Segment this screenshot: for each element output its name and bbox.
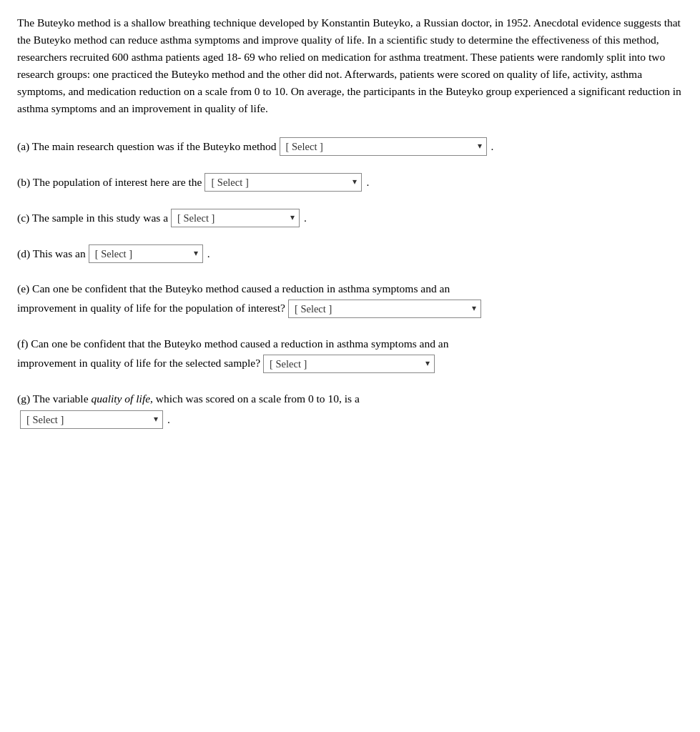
question-c-prefix: (c) The sample in this study was a xyxy=(17,209,168,227)
question-c-block: (c) The sample in this study was a [ Sel… xyxy=(17,209,683,227)
question-f-line1: (f) Can one be confident that the Buteyk… xyxy=(17,335,683,353)
question-f-block: (f) Can one be confident that the Buteyk… xyxy=(17,335,683,373)
question-d-line: (d) This was an [ Select ] ▾ . xyxy=(17,244,683,263)
question-b-select[interactable]: [ Select ] xyxy=(205,174,291,191)
question-g-line1: (g) The variable quality of life, which … xyxy=(17,390,683,408)
question-a-block: (a) The main research question was if th… xyxy=(17,137,683,156)
question-a-line: (a) The main research question was if th… xyxy=(17,137,683,156)
question-f-select-wrapper[interactable]: [ Select ] ▾ xyxy=(263,355,435,373)
question-d-block: (d) This was an [ Select ] ▾ . xyxy=(17,244,683,263)
question-e-block: (e) Can one be confident that the Buteyk… xyxy=(17,280,683,318)
question-b-period: . xyxy=(366,174,369,192)
question-g-block: (g) The variable quality of life, which … xyxy=(17,390,683,430)
question-f-line2: improvement in quality of life for the s… xyxy=(17,355,683,373)
question-d-prefix: (d) This was an xyxy=(17,245,86,263)
question-e-line2-prefix: improvement in quality of life for the p… xyxy=(17,300,285,317)
question-f-multiline: (f) Can one be confident that the Buteyk… xyxy=(17,335,683,373)
question-b-line: (b) The population of interest here are … xyxy=(17,173,683,192)
chevron-e-icon: ▾ xyxy=(472,302,476,315)
chevron-b-icon: ▾ xyxy=(353,176,357,189)
question-e-line2: improvement in quality of life for the p… xyxy=(17,300,683,318)
question-e-select-wrapper[interactable]: [ Select ] ▾ xyxy=(288,300,481,318)
question-g-select-wrapper[interactable]: [ Select ] ▾ xyxy=(20,410,163,429)
question-d-select-wrapper[interactable]: [ Select ] ▾ xyxy=(89,244,203,263)
question-g-select[interactable]: [ Select ] xyxy=(21,411,107,428)
intro-paragraph: The Buteyko method is a shallow breathin… xyxy=(17,14,683,117)
question-e-select[interactable]: [ Select ] xyxy=(289,300,375,317)
question-c-select[interactable]: [ Select ] xyxy=(172,209,257,227)
question-c-line: (c) The sample in this study was a [ Sel… xyxy=(17,209,683,227)
chevron-d-icon: ▾ xyxy=(194,247,198,261)
question-g-prefix: (g) The variable xyxy=(17,390,89,408)
question-f-select[interactable]: [ Select ] xyxy=(264,355,350,372)
chevron-g-icon: ▾ xyxy=(154,413,158,427)
question-e-line1: (e) Can one be confident that the Buteyk… xyxy=(17,280,683,298)
question-b-select-wrapper[interactable]: [ Select ] ▾ xyxy=(204,173,362,192)
question-b-prefix: (b) The population of interest here are … xyxy=(17,174,202,192)
question-d-period: . xyxy=(207,245,210,263)
question-a-period: . xyxy=(491,138,494,156)
chevron-a-icon: ▾ xyxy=(478,140,482,154)
question-c-select-wrapper[interactable]: [ Select ] ▾ xyxy=(171,209,300,227)
question-d-select[interactable]: [ Select ] xyxy=(89,245,175,262)
question-g-period: . xyxy=(167,411,170,429)
chevron-f-icon: ▾ xyxy=(425,357,430,370)
question-a-select[interactable]: [ Select ] xyxy=(280,138,366,155)
chevron-c-icon: ▾ xyxy=(290,212,295,225)
question-g-suffix: , which was scored on a scale from 0 to … xyxy=(150,390,360,408)
question-b-block: (b) The population of interest here are … xyxy=(17,173,683,192)
question-e-multiline: (e) Can one be confident that the Buteyk… xyxy=(17,280,683,318)
question-a-prefix: (a) The main research question was if th… xyxy=(17,138,277,156)
question-f-line2-prefix: improvement in quality of life for the s… xyxy=(17,355,260,372)
question-a-select-wrapper[interactable]: [ Select ] ▾ xyxy=(280,137,487,156)
question-c-period: . xyxy=(304,209,307,227)
question-g-italic: quality of life xyxy=(91,390,150,408)
question-g-line2: [ Select ] ▾ . xyxy=(17,410,683,429)
